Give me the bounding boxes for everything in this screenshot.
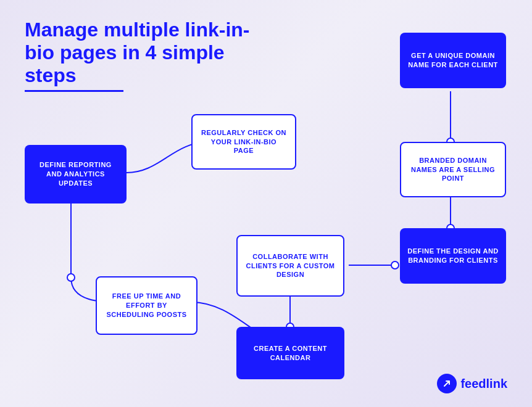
box-define-reporting: DEFINE REPORTING AND ANALYTICS UPDATES — [25, 145, 127, 204]
box-get-unique-domain: GET A UNIQUE DOMAIN NAME FOR EACH CLIENT — [400, 33, 506, 88]
box-define-design: DEFINE THE DESIGN AND BRANDING FOR CLIEN… — [400, 228, 506, 284]
box-create-calendar: CREATE A CONTENT CALENDAR — [236, 327, 344, 379]
box-branded-domain: BRANDED DOMAIN NAMES ARE A SELLING POINT — [400, 142, 506, 197]
feedlink-logo: feedlink — [437, 374, 507, 393]
title-underline — [25, 90, 123, 92]
svg-point-10 — [67, 274, 75, 281]
svg-point-5 — [391, 261, 399, 269]
logo-text: feedlink — [460, 377, 507, 391]
box-collaborate: COLLABORATE WITH CLIENTS FOR A CUSTOM DE… — [236, 235, 344, 297]
box-free-up-time: FREE UP TIME AND EFFORT BY SCHEDULING PO… — [96, 276, 197, 335]
logo-svg-icon — [441, 378, 452, 389]
page-title: Manage multiple link-in-bio pages in 4 s… — [25, 18, 272, 86]
box-regularly-check: REGULARLY CHECK ON YOUR LINK-IN-BIO PAGE — [191, 114, 296, 170]
main-container: Manage multiple link-in-bio pages in 4 s… — [0, 0, 532, 407]
logo-icon — [437, 374, 457, 393]
